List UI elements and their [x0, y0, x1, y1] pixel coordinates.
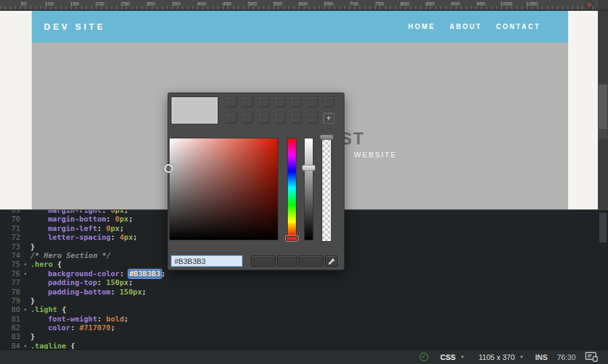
fold-arrow-icon[interactable]: ▾: [20, 269, 30, 278]
swatch-slot[interactable]: [323, 97, 334, 107]
line-number: 70: [0, 215, 20, 224]
format-rgba-button[interactable]: [251, 255, 276, 267]
nav-link-contact[interactable]: CONTACT: [496, 23, 540, 30]
fold-arrow-icon[interactable]: ▾: [20, 260, 30, 269]
nav-link-home[interactable]: HOME: [408, 23, 435, 30]
code-text[interactable]: color: #717070;: [30, 323, 598, 332]
code-line[interactable]: 84▾.tagline {: [0, 342, 598, 349]
code-token: ;: [124, 315, 129, 323]
code-token: ;: [128, 215, 133, 224]
swatch-slot[interactable]: [290, 97, 302, 107]
code-text[interactable]: .tagline {: [30, 342, 598, 349]
code-token: [66, 342, 71, 349]
code-line[interactable]: 77padding-top: 150px;: [0, 278, 598, 287]
fold-gutter: [20, 288, 30, 296]
site-brand: DEV SITE: [32, 22, 105, 32]
luminosity-slider-handle[interactable]: [302, 165, 315, 171]
selected-hex-value[interactable]: #B3B3B3: [128, 269, 161, 278]
line-number: 76: [0, 269, 20, 278]
code-token: margin-right: [48, 210, 101, 215]
ruler-label: 250: [121, 1, 130, 7]
saturation-value-field[interactable]: [169, 138, 278, 240]
code-line[interactable]: 80▾.light {: [0, 305, 598, 314]
nav-link-about[interactable]: ABOUT: [449, 23, 482, 30]
swatch-slot[interactable]: [258, 97, 270, 107]
code-text[interactable]: padding-top: 150px;: [30, 278, 598, 287]
fold-gutter: [20, 332, 30, 341]
preview-devices-icon[interactable]: [585, 352, 599, 362]
language-label: CSS: [440, 353, 456, 361]
hue-slider-handle[interactable]: [285, 235, 299, 242]
lint-ok-icon[interactable]: ✓: [420, 353, 428, 361]
code-line[interactable]: 79}: [0, 296, 598, 305]
code-text[interactable]: padding-bottom: 150px;: [30, 288, 598, 296]
chevron-down-icon: ▾: [520, 354, 523, 360]
eyedropper-button[interactable]: [325, 255, 338, 267]
code-text[interactable]: font-weight: bold;: [30, 315, 598, 323]
insert-mode-toggle[interactable]: INS: [535, 353, 547, 361]
language-selector[interactable]: CSS ▾: [438, 352, 467, 363]
opacity-slider[interactable]: [322, 136, 332, 242]
fold-gutter: [20, 278, 30, 287]
code-token: .tagline: [30, 342, 66, 349]
ruler-label: 700: [349, 1, 358, 7]
hue-slider[interactable]: [287, 138, 297, 238]
code-token: }: [30, 332, 35, 341]
code-scrollbar-thumb[interactable]: [599, 213, 607, 242]
code-text[interactable]: background-color: #B3B3B3;: [30, 269, 598, 278]
code-text[interactable]: }: [30, 332, 598, 341]
code-token: ;: [120, 224, 124, 233]
hex-color-input[interactable]: [171, 255, 243, 267]
color-selection-ring[interactable]: [164, 164, 173, 173]
code-line[interactable]: 81font-weight: bold;: [0, 315, 598, 323]
fold-arrow-icon[interactable]: ▾: [20, 342, 30, 349]
fold-gutter: [20, 323, 30, 332]
line-number: 80: [0, 305, 20, 314]
code-token: ;: [128, 278, 133, 287]
swatch-slot[interactable]: [290, 113, 302, 124]
swatch-slot[interactable]: [242, 113, 253, 124]
swatch-slot[interactable]: [242, 97, 253, 107]
code-token: margin-left: [48, 224, 97, 233]
code-token: ;: [111, 323, 116, 332]
ruler-label: 1000: [501, 1, 513, 7]
ruler-label: 900: [451, 1, 460, 7]
swatch-slot[interactable]: [274, 97, 286, 107]
fold-gutter: [20, 210, 30, 215]
code-line[interactable]: 78padding-bottom: 150px;: [0, 288, 598, 296]
swatch-slot[interactable]: [307, 97, 318, 107]
code-token: {: [71, 342, 76, 349]
viewport-size-selector[interactable]: 1105 x 370 ▾: [476, 352, 526, 363]
ruler-label: 850: [426, 1, 434, 7]
swatch-slot[interactable]: [226, 113, 237, 124]
code-text[interactable]: .light {: [30, 305, 598, 314]
swatch-slot[interactable]: [307, 113, 318, 124]
code-text[interactable]: }: [30, 296, 598, 305]
code-token: :: [120, 269, 128, 278]
swatch-slot[interactable]: [226, 97, 237, 107]
ruler-label: 50: [21, 1, 27, 7]
fold-gutter: [20, 233, 30, 242]
ruler-label: 1050: [526, 1, 538, 7]
fold-arrow-icon[interactable]: ▾: [20, 305, 30, 314]
code-token: }: [30, 296, 35, 305]
live-view-scrollbar-thumb[interactable]: [599, 84, 607, 138]
code-token: ;: [124, 210, 129, 215]
ruler-label: 500: [248, 1, 257, 7]
live-view-scrollbar-track[interactable]: [598, 11, 608, 209]
code-line[interactable]: 76▾background-color: #B3B3B3;: [0, 269, 598, 278]
code-token: 150px: [106, 278, 128, 287]
opacity-slider-handle[interactable]: [320, 134, 334, 140]
swatch-slot[interactable]: [258, 113, 270, 124]
format-hsla-button[interactable]: [299, 255, 324, 267]
format-hex-button[interactable]: [277, 255, 297, 267]
ruler-label: 750: [375, 1, 384, 7]
code-line[interactable]: 82color: #717070;: [0, 323, 598, 332]
viewport-size-label: 1105 x 370: [478, 353, 515, 361]
code-line[interactable]: 83}: [0, 332, 598, 341]
nav-links: HOMEABOUTCONTACT: [408, 23, 568, 30]
luminosity-slider[interactable]: [304, 138, 313, 240]
status-right-group: ✓ CSS ▾ 1105 x 370 ▾ INS 76:30: [420, 352, 608, 363]
add-swatch-button[interactable]: +: [323, 113, 334, 124]
swatch-slot[interactable]: [274, 113, 286, 124]
